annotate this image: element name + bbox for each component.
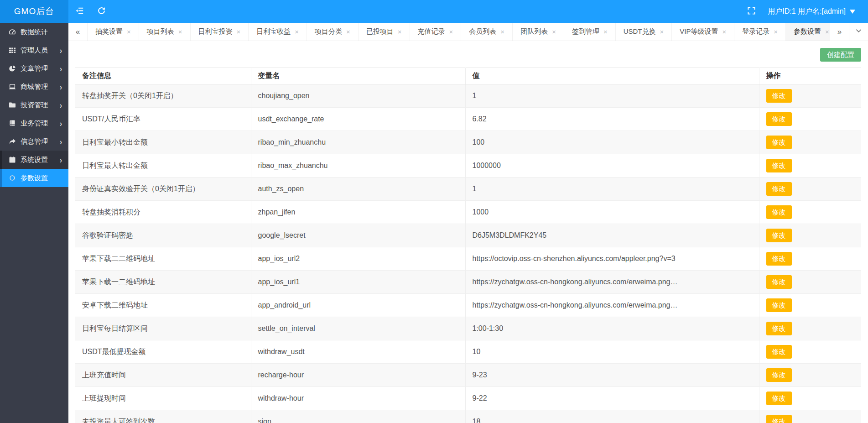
value-cell: 1 [465, 178, 759, 201]
sidebar-item-param-settings[interactable]: 参数设置 › [0, 169, 68, 187]
actions-cell: 修改 [759, 154, 861, 178]
fullscreen-button[interactable] [740, 0, 762, 23]
calendar-icon [9, 156, 16, 164]
sidebar-item-label: 商城管理 [21, 83, 60, 91]
table-row: USDT最低提现金额 withdraw_usdt 10 修改 [75, 340, 861, 364]
remark-cell: 转盘抽奖开关（0关闭1开启） [75, 84, 251, 108]
edit-button[interactable]: 修改 [766, 345, 792, 359]
tab-close-icon[interactable]: × [346, 28, 350, 35]
tabs-more-button[interactable] [849, 23, 868, 41]
edit-button[interactable]: 修改 [766, 368, 792, 382]
tab-close-icon[interactable]: × [449, 28, 453, 35]
sidebar-item-data-stats[interactable]: 数据统计 › [0, 23, 68, 41]
edit-button[interactable]: 修改 [766, 322, 792, 335]
tabs-scroll-right-button[interactable]: » [830, 23, 849, 41]
tab-close-icon[interactable]: × [127, 28, 131, 35]
edit-button[interactable]: 修改 [766, 159, 792, 172]
refresh-button[interactable] [90, 0, 112, 23]
create-config-button[interactable]: 创建配置 [820, 48, 861, 62]
edit-button[interactable]: 修改 [766, 252, 792, 266]
remark-cell: 日利宝每日结算区间 [75, 317, 251, 340]
sidebar-item-info-mgmt[interactable]: 信息管理 › [0, 132, 68, 151]
tab-lottery-settings[interactable]: 抽奖设置 × [88, 23, 139, 41]
edit-button[interactable]: 修改 [766, 298, 792, 312]
tab-team-list[interactable]: 团队列表 × [513, 23, 564, 41]
tab-close-icon[interactable]: × [774, 28, 778, 35]
tab-vip-level-settings[interactable]: VIP等级设置 × [672, 23, 734, 41]
edit-button[interactable]: 修改 [766, 112, 792, 126]
tab-bar: « 抽奖设置 × 项目列表 × 日利宝投资 × 日利宝收益 × 项目分类 × [68, 23, 868, 41]
variable-cell: ribao_max_zhuanchu [251, 154, 465, 178]
edit-button[interactable]: 修改 [766, 415, 792, 423]
value-cell: 9-22 [465, 387, 759, 410]
tab-close-icon[interactable]: × [825, 28, 829, 35]
variable-cell: withdraw_usdt [251, 340, 465, 364]
tab-close-icon[interactable]: × [295, 28, 299, 35]
table-row: 安卓下载二维码地址 app_android_url https://zychat… [75, 294, 861, 317]
tab-close-icon[interactable]: × [722, 28, 726, 35]
remark-cell: USDT最低提现金额 [75, 340, 251, 364]
table-row: 上班充值时间 recharge-hour 9-23 修改 [75, 364, 861, 387]
tab-login-records[interactable]: 登录记录 × [734, 23, 786, 41]
edit-button[interactable]: 修改 [766, 136, 792, 149]
variable-cell: choujiang_open [251, 84, 465, 108]
value-cell: 10 [465, 340, 759, 364]
variable-cell: settle_on_interval [251, 317, 465, 340]
chevron-right-icon: › [60, 82, 68, 91]
actions-cell: 修改 [759, 224, 861, 247]
tab-rilibao-invest[interactable]: 日利宝投资 × [191, 23, 249, 41]
sidebar-item-mall-mgmt[interactable]: 商城管理 › [0, 78, 68, 96]
tab-rilibao-income[interactable]: 日利宝收益 × [249, 23, 307, 41]
tab-close-icon[interactable]: × [178, 28, 182, 35]
value-cell: 9-23 [465, 364, 759, 387]
value-cell: 1:00-1:30 [465, 317, 759, 340]
variable-cell: recharge-hour [251, 364, 465, 387]
collapse-sidebar-button[interactable] [68, 0, 90, 23]
edit-button[interactable]: 修改 [766, 275, 792, 289]
tab-close-icon[interactable]: × [552, 28, 556, 35]
grid-icon [9, 47, 16, 54]
sidebar-item-admin-staff[interactable]: 管理人员 › [0, 41, 68, 59]
tab-close-icon[interactable]: × [660, 28, 664, 35]
tab-label: 充值记录 [418, 27, 445, 36]
edit-button[interactable]: 修改 [766, 89, 792, 103]
tab-label: 日利宝收益 [256, 27, 291, 36]
table-row: USDT/人民币汇率 usdt_exchange_rate 6.82 修改 [75, 108, 861, 131]
sidebar-item-label: 信息管理 [21, 137, 60, 146]
tab-close-icon[interactable]: × [398, 28, 402, 35]
sidebar-item-article-mgmt[interactable]: 文章管理 › [0, 59, 68, 78]
folder-icon [9, 101, 16, 109]
sidebar-item-investment-mgmt[interactable]: 投资管理 › [0, 96, 68, 114]
value-cell: https://zychatgw.oss-cn-hongkong.aliyunc… [465, 294, 759, 317]
edit-button[interactable]: 修改 [766, 205, 792, 219]
tab-checkin-mgmt[interactable]: 签到管理 × [564, 23, 616, 41]
tab-project-category[interactable]: 项目分类 × [307, 23, 359, 41]
tab-close-icon[interactable]: × [237, 28, 241, 35]
top-header: GMO后台 用户ID:1 用户名:[admin] [0, 0, 868, 23]
value-cell: 1 [465, 84, 759, 108]
pie-chart-icon [9, 65, 16, 73]
tab-label: 日利宝投资 [198, 27, 233, 36]
edit-button[interactable]: 修改 [766, 182, 792, 196]
tab-invested-projects[interactable]: 已投项目 × [359, 23, 410, 41]
tab-close-icon[interactable]: × [500, 28, 504, 35]
actions-cell: 修改 [759, 410, 861, 423]
chevron-right-icon: › [60, 45, 68, 55]
sidebar-item-label: 参数设置 [21, 174, 60, 183]
user-dropdown[interactable]: 用户ID:1 用户名:[admin] [765, 0, 858, 23]
edit-button[interactable]: 修改 [766, 392, 792, 405]
value-cell: https://zychatgw.oss-cn-hongkong.aliyunc… [465, 271, 759, 294]
tab-close-icon[interactable]: × [603, 28, 608, 35]
edit-button[interactable]: 修改 [766, 229, 792, 242]
tab-project-list[interactable]: 项目列表 × [139, 23, 191, 41]
remark-cell: 安卓下载二维码地址 [75, 294, 251, 317]
tab-member-list[interactable]: 会员列表 × [461, 23, 513, 41]
tabs-scroll-left-button[interactable]: « [68, 23, 88, 41]
chevron-down-icon [855, 27, 862, 37]
tab-usdt-exchange[interactable]: USDT兑换 × [616, 23, 672, 41]
tab-recharge-records[interactable]: 充值记录 × [410, 23, 462, 41]
value-cell: D6J5M3DLDMFK2Y45 [465, 224, 759, 247]
sidebar-item-system-settings[interactable]: 系统设置 › [0, 151, 68, 169]
tab-param-settings[interactable]: 参数设置 × [786, 23, 830, 41]
sidebar-item-business-mgmt[interactable]: 业务管理 › [0, 114, 68, 132]
